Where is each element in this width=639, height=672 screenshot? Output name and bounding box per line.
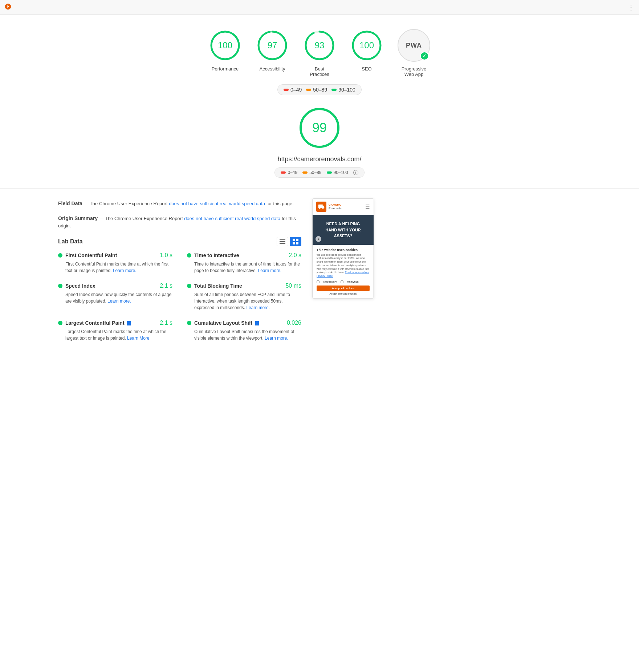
cookie-text: We use cookies to provide social media f… (317, 253, 370, 278)
metric-cls-link[interactable]: Learn more. (265, 336, 288, 341)
metric-tti-desc: Time to interactive is the amount of tim… (194, 261, 301, 274)
metric-lcp-row: Largest Contentful Paint 2.1 s (65, 320, 172, 326)
metric-tbt-dot (187, 284, 191, 288)
legend-label-green: 90–100 (338, 87, 355, 93)
grid-cell (293, 239, 295, 241)
legend-label-orange: 50–89 (313, 87, 327, 93)
metric-lcp-value: 2.1 s (160, 320, 172, 326)
legend2-label-orange: 50–89 (309, 170, 321, 175)
toggle-list-btn[interactable] (277, 237, 288, 246)
checkbox-necessary[interactable] (317, 280, 320, 283)
cookie-accept-selected[interactable]: Accept selected cookies (317, 292, 370, 295)
metric-cls-row: Cumulative Layout Shift 0.026 (194, 320, 301, 326)
legend-orange: 50–89 (306, 87, 327, 93)
preview-play-icon: ▶ (316, 236, 321, 242)
metric-tbt-desc: Sum of all time periods between FCP and … (194, 291, 301, 311)
origin-summary-section: Origin Summary — The Chrome User Experie… (58, 215, 301, 230)
legend-green: 90–100 (331, 87, 355, 93)
app-icon (4, 3, 12, 11)
metric-si: Speed Index 2.1 s Speed Index shows how … (58, 283, 172, 311)
metric-fcp-name: First Contentful Paint (65, 252, 117, 258)
field-data-label: Field Data (58, 201, 82, 206)
legend2-label-red: 0–49 (288, 170, 297, 175)
legend2-red: 0–49 (281, 170, 297, 175)
preview-phone: CAMERO Removals ☰ NEED A HELPINGHAND WIT… (312, 198, 374, 299)
pwa-check-icon (420, 52, 429, 60)
preview-cookies: This website uses cookies We use cookies… (313, 245, 374, 299)
big-score-section: 99 https://cameroremovals.com/ 0–49 50–8… (0, 102, 639, 185)
site-url: https://cameroremovals.com/ (277, 155, 361, 163)
metric-tti-row: Time to Interactive 2.0 s (194, 252, 301, 259)
metric-lcp-desc-text: Largest Contentful Paint marks the time … (65, 329, 166, 341)
toggle-list-icon (280, 239, 285, 244)
cookie-accept-btn[interactable]: Accept all cookies (317, 286, 370, 291)
pwa-label: PWA (406, 42, 422, 49)
preview-logo: CAMERO Removals (316, 202, 342, 212)
checkbox-necessary-label: Necessary (323, 280, 337, 283)
score-label-accessibility: Accessibility (260, 66, 285, 72)
metric-cls: Cumulative Layout Shift 0.026 Cumulative… (187, 320, 301, 341)
preview-logo-line2: Removals (329, 207, 342, 210)
metric-lcp-name: Largest Contentful Paint (65, 320, 131, 326)
right-panel: CAMERO Removals ☰ NEED A HELPINGHAND WIT… (312, 193, 385, 349)
legend2-label-green: 90–100 (334, 170, 348, 175)
field-data-link[interactable]: does not have sufficient real-world spee… (169, 201, 265, 206)
more-options-icon[interactable]: ⋮ (627, 3, 635, 12)
field-data-text-before: The Chrome User Experience Report (90, 201, 169, 206)
preview-menu-icon[interactable]: ☰ (365, 204, 370, 210)
metric-fcp-row: First Contentful Paint 1.0 s (65, 252, 172, 259)
metric-fcp-header: First Contentful Paint 1.0 s (58, 252, 172, 259)
metric-tti-value: 2.0 s (289, 252, 301, 259)
metric-si-row: Speed Index 2.1 s (65, 283, 172, 289)
checkbox-analytics[interactable] (341, 280, 343, 283)
legend-box: 0–49 50–89 90–100 (277, 84, 362, 95)
metric-cls-desc: Cumulative Layout Shift measures the mov… (194, 328, 301, 341)
metric-tbt-header: Total Blocking Time 50 ms (187, 283, 301, 289)
toggle-line2 (280, 241, 285, 242)
metric-fcp-link[interactable]: Learn more. (113, 268, 137, 273)
origin-summary-text: Origin Summary — The Chrome User Experie… (58, 215, 301, 230)
metric-si-link[interactable]: Learn more. (107, 299, 131, 304)
metric-cls-value: 0.026 (287, 320, 301, 326)
scores-section: 100 Performance 97 Accessibility 93 Best… (0, 15, 639, 84)
metric-lcp-link[interactable]: Learn More (127, 336, 149, 341)
preview-header: CAMERO Removals ☰ (313, 199, 374, 215)
score-label-best-practices: Best Practices (305, 66, 334, 77)
metric-tbt-row: Total Blocking Time 50 ms (194, 283, 301, 289)
score-seo: 100 SEO (350, 29, 383, 72)
preview-hero-title: NEED A HELPINGHAND WITH YOURASSETS? (316, 221, 370, 239)
toggle-line3 (280, 243, 285, 244)
score-value-accessibility: 97 (268, 40, 277, 50)
score-value-best-practices: 93 (315, 40, 325, 50)
toggle-grid-btn[interactable] (290, 237, 301, 246)
lcp-flag-icon (127, 321, 131, 325)
legend2-dot-red (281, 171, 286, 174)
metric-lcp: Largest Contentful Paint 2.1 s Largest C… (58, 320, 172, 341)
legend-dot-green (331, 89, 337, 91)
metric-tbt-name: Total Blocking Time (194, 283, 242, 289)
metric-cls-dot (187, 321, 191, 325)
field-data-text: Field Data — The Chrome User Experience … (58, 200, 301, 207)
pwa-title: ProgressiveWeb App (402, 66, 427, 77)
grid-cell (296, 239, 298, 241)
preview-logo-line1: CAMERO (329, 203, 342, 207)
metric-si-desc: Speed Index shows how quickly the conten… (65, 291, 172, 304)
score-value-seo: 100 (359, 40, 374, 50)
legend2: 0–49 50–89 90–100 i (274, 167, 364, 178)
metric-tbt-link[interactable]: Learn more. (246, 305, 270, 310)
score-accessibility: 97 Accessibility (256, 29, 289, 72)
legend-red: 0–49 (284, 87, 302, 93)
metric-si-name: Speed Index (65, 283, 95, 289)
score-value-performance: 100 (218, 40, 232, 50)
legend-dot-red (284, 89, 289, 91)
preview-play-symbol: ▶ (318, 238, 320, 240)
metric-cls-name: Cumulative Layout Shift (194, 320, 259, 326)
field-data-text-after: for this page. (265, 201, 294, 206)
legend2-info-icon[interactable]: i (353, 170, 358, 175)
preview-hero: NEED A HELPINGHAND WITH YOURASSETS? ▶ (313, 215, 374, 245)
metric-tti-link[interactable]: Learn more. (258, 268, 281, 273)
metric-tbt: Total Blocking Time 50 ms Sum of all tim… (187, 283, 301, 311)
origin-summary-link[interactable]: does not have sufficient real-world spee… (184, 216, 280, 221)
score-circle-accessibility: 97 (256, 29, 289, 62)
metric-si-header: Speed Index 2.1 s (58, 283, 172, 289)
